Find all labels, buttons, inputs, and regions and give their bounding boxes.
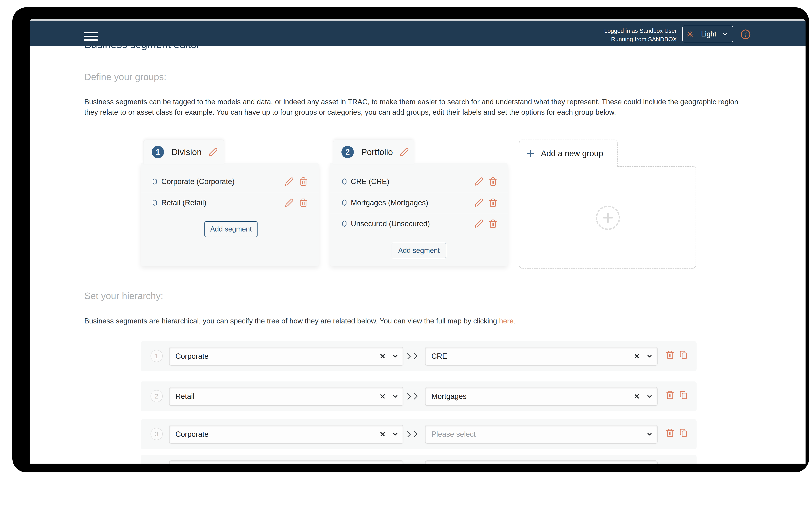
child-segment-select[interactable] (425, 460, 657, 464)
window-top-edge (29, 19, 806, 21)
trash-icon[interactable] (488, 177, 498, 186)
group-card-division: Corporate (Corporate) Retail (Retail) Ad… (141, 163, 319, 266)
theme-label: Light (701, 30, 716, 38)
screenshot-root: Business segment editor Logged in as San… (0, 0, 812, 522)
select-value: Corporate (176, 352, 208, 360)
clear-x-icon[interactable] (634, 393, 640, 400)
edit-pencil-icon[interactable] (285, 177, 294, 186)
segment-row: Mortgages (Mortgages) (330, 192, 508, 213)
select-value: Corporate (176, 430, 208, 439)
sun-icon (686, 30, 694, 38)
copy-icon[interactable] (679, 428, 688, 437)
chevron-down-icon[interactable] (392, 431, 399, 438)
clear-x-icon[interactable] (380, 431, 386, 437)
app-window: Business segment editor Logged in as San… (29, 19, 806, 464)
edit-pencil-icon[interactable] (474, 177, 483, 186)
double-chevron-icon (407, 392, 426, 401)
segment-label: Corporate (Corporate) (161, 177, 235, 186)
tab-group-portfolio[interactable]: 2 Portfolio (333, 140, 414, 164)
chevron-down-icon[interactable] (646, 431, 653, 438)
clear-x-icon[interactable] (380, 353, 386, 359)
clear-x-icon[interactable] (634, 353, 640, 359)
copy-icon[interactable] (679, 390, 688, 400)
child-segment-select[interactable]: Mortgages (425, 387, 657, 406)
segment-row: CRE (CRE) (330, 171, 508, 192)
trash-icon[interactable] (299, 177, 308, 186)
row-number-badge: 2 (150, 390, 163, 402)
chevron-down-icon[interactable] (392, 353, 399, 360)
parent-segment-select[interactable]: Retail (169, 387, 403, 406)
trash-icon[interactable] (666, 428, 675, 437)
login-status: Logged in as Sandbox User Running from S… (604, 26, 677, 43)
groups-description: Business segments can be tagged to the m… (84, 97, 752, 117)
hierarchy-row: 1 Corporate CRE (141, 341, 696, 371)
segment-label: Retail (Retail) (161, 198, 206, 207)
child-segment-select[interactable]: CRE (425, 347, 657, 366)
edit-pencil-icon[interactable] (208, 147, 218, 157)
hierarchy-row: 2 Retail Mortgages (141, 381, 696, 411)
group-card-portfolio: CRE (CRE) Mortgages (Mortgages) Unsecure… (330, 163, 508, 266)
parent-segment-select[interactable]: Corporate (169, 425, 403, 444)
svg-text:i: i (745, 31, 747, 38)
hierarchy-description-text: Business segments are hierarchical, you … (84, 317, 499, 325)
view-map-link[interactable]: here (499, 317, 513, 325)
trash-icon[interactable] (666, 350, 675, 359)
chevron-down-icon (722, 31, 729, 38)
copy-icon[interactable] (679, 350, 688, 359)
add-new-group-dropzone[interactable] (519, 166, 696, 268)
hexagon-icon (151, 178, 158, 185)
trash-icon[interactable] (488, 219, 498, 228)
login-line2: Running from SANDBOX (604, 35, 677, 43)
edit-pencil-icon[interactable] (474, 198, 483, 207)
hierarchy-section-heading: Set your hierarchy: (84, 290, 163, 301)
chevron-down-icon[interactable] (646, 393, 653, 400)
group-name: Portfolio (361, 147, 393, 157)
double-chevron-icon (407, 352, 426, 361)
double-chevron-icon (407, 429, 426, 439)
segment-row: Retail (Retail) (141, 192, 319, 213)
edit-pencil-icon[interactable] (474, 219, 483, 228)
add-new-group-tab[interactable]: Add a new group (519, 140, 617, 167)
theme-selector[interactable]: Light (682, 26, 733, 42)
info-icon[interactable]: i (740, 29, 751, 40)
group-name: Division (171, 147, 202, 157)
row-number-badge: 3 (150, 428, 163, 440)
chevron-down-icon[interactable] (646, 353, 653, 360)
hexagon-icon (341, 178, 348, 185)
parent-segment-select[interactable]: Corporate (169, 347, 403, 366)
select-value: CRE (431, 352, 447, 360)
hierarchy-row (141, 455, 696, 464)
add-new-group-label: Add a new group (541, 149, 603, 158)
plus-icon (602, 211, 614, 224)
row-number-badge: 1 (150, 350, 163, 362)
hierarchy-description-suffix: . (513, 317, 515, 325)
dashed-circle (596, 206, 620, 230)
groups-section-heading: Define your groups: (84, 72, 166, 82)
add-segment-button[interactable]: Add segment (391, 243, 446, 258)
select-placeholder: Please select (431, 430, 476, 439)
login-line1: Logged in as Sandbox User (604, 26, 677, 35)
hexagon-icon (151, 199, 158, 206)
tab-group-division[interactable]: 1 Division (143, 140, 224, 164)
clear-x-icon[interactable] (380, 393, 386, 400)
hexagon-icon (341, 199, 348, 206)
segment-row: Unsecured (Unsecured) (330, 213, 508, 234)
hierarchy-row: 3 Corporate Please select (141, 419, 696, 449)
parent-segment-select[interactable] (169, 460, 403, 464)
app-header: Logged in as Sandbox User Running from S… (29, 21, 806, 46)
chevron-down-icon[interactable] (392, 393, 399, 400)
segment-label: Unsecured (Unsecured) (351, 219, 430, 228)
trash-icon[interactable] (299, 198, 308, 207)
plus-icon (526, 149, 535, 158)
edit-pencil-icon[interactable] (285, 198, 294, 207)
add-segment-button[interactable]: Add segment (204, 221, 258, 237)
hamburger-menu-icon[interactable] (84, 32, 98, 41)
trash-icon[interactable] (488, 198, 498, 207)
hierarchy-description: Business segments are hierarchical, you … (84, 316, 770, 326)
edit-pencil-icon[interactable] (400, 147, 409, 157)
trash-icon[interactable] (666, 390, 675, 400)
hexagon-icon (341, 220, 348, 227)
child-segment-select[interactable]: Please select (425, 425, 657, 444)
segment-label: Mortgages (Mortgages) (351, 198, 428, 207)
segment-row: Corporate (Corporate) (141, 171, 319, 192)
